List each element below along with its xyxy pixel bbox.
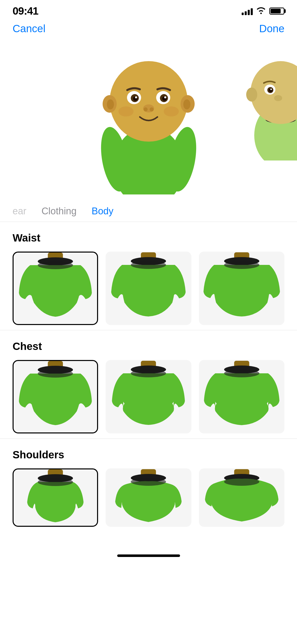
status-bar: 09:41 [0, 0, 297, 20]
waist-option-2[interactable] [106, 252, 191, 325]
svg-point-5 [110, 61, 188, 142]
waist-option-1[interactable] [13, 252, 98, 325]
status-time: 09:41 [13, 5, 38, 17]
svg-point-16 [135, 96, 137, 98]
shoulders-body-2 [106, 469, 190, 525]
svg-point-38 [131, 261, 166, 269]
svg-point-53 [216, 385, 242, 407]
home-indicator [117, 554, 180, 557]
wifi-icon [256, 7, 266, 16]
svg-point-54 [242, 385, 268, 407]
svg-point-31 [270, 89, 272, 90]
waist-body-2 [106, 252, 190, 323]
shoulders-option-3[interactable] [199, 468, 284, 527]
home-indicator-area [0, 532, 297, 562]
cancel-button[interactable]: Cancel [13, 23, 46, 35]
chest-options [13, 360, 284, 433]
nav-bar: Cancel Done [0, 20, 297, 40]
svg-point-21 [118, 106, 134, 116]
svg-point-49 [150, 390, 169, 405]
status-icons [242, 7, 284, 16]
battery-icon [269, 8, 284, 15]
chest-title: Chest [13, 340, 284, 352]
svg-point-32 [274, 95, 282, 101]
tab-bar: ear Clothing Body [0, 201, 297, 222]
chest-option-2[interactable] [106, 360, 191, 433]
svg-point-63 [224, 478, 259, 486]
chest-option-3[interactable] [199, 360, 284, 433]
tab-clothing[interactable]: Clothing [41, 201, 76, 222]
shoulders-title: Shoulders [13, 449, 284, 461]
shoulders-option-1[interactable] [13, 468, 98, 527]
svg-point-57 [38, 478, 73, 486]
svg-point-27 [246, 88, 257, 102]
svg-point-8 [107, 99, 114, 109]
svg-point-41 [224, 261, 259, 269]
tab-body[interactable]: Body [92, 201, 113, 222]
waist-options [13, 252, 284, 325]
waist-body-3 [200, 252, 284, 323]
waist-body-1 [14, 253, 97, 323]
chest-body-3 [200, 361, 284, 431]
chest-body-1 [14, 361, 97, 431]
memoji-main [91, 46, 206, 194]
signal-icon [242, 7, 253, 15]
svg-point-52 [224, 369, 259, 377]
svg-point-20 [150, 107, 154, 111]
shoulders-section: Shoulders [0, 439, 297, 532]
memoji-secondary [242, 55, 297, 160]
chest-body-2 [106, 361, 190, 431]
waist-option-3[interactable] [199, 252, 284, 325]
svg-point-48 [128, 390, 147, 405]
svg-point-17 [164, 96, 166, 98]
shoulders-body-1 [14, 469, 97, 525]
shoulders-body-3 [200, 469, 284, 525]
tab-eyewear[interactable]: ear [13, 201, 26, 222]
avatar-preview [0, 40, 297, 201]
svg-point-44 [38, 370, 73, 378]
chest-option-1[interactable] [13, 360, 98, 433]
shoulders-option-2[interactable] [106, 468, 191, 527]
chest-section: Chest [0, 330, 297, 439]
svg-point-22 [164, 106, 179, 116]
shoulders-options [13, 468, 284, 527]
svg-point-47 [131, 369, 166, 377]
svg-point-9 [183, 99, 190, 109]
waist-title: Waist [13, 232, 284, 244]
waist-section: Waist [0, 222, 297, 330]
done-button[interactable]: Done [259, 23, 284, 35]
svg-point-60 [131, 478, 166, 486]
svg-point-19 [144, 107, 148, 111]
svg-point-35 [38, 261, 73, 269]
